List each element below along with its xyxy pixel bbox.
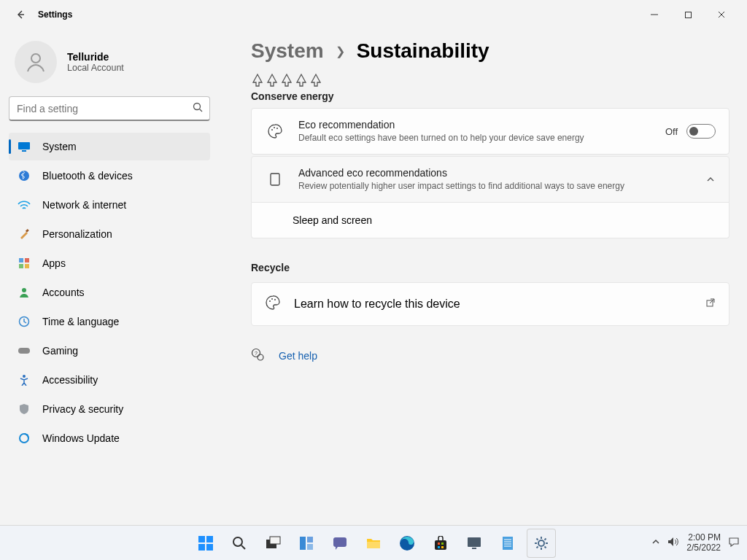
paintbrush-icon (18, 228, 31, 241)
get-help-link[interactable]: ? Get help (251, 348, 729, 364)
widgets-icon (298, 535, 314, 551)
svg-point-14 (23, 375, 26, 378)
section-conserve-heading: Conserve energy (251, 90, 729, 102)
nav-system[interactable]: System (9, 133, 210, 160)
maximize-icon (684, 11, 692, 19)
nav-privacy[interactable]: Privacy & security (9, 395, 210, 423)
nav-bluetooth[interactable]: Bluetooth & devices (9, 162, 210, 190)
eco-desc: Default eco settings have been turned on… (298, 132, 612, 144)
notification-icon (728, 536, 740, 548)
avatar (15, 41, 57, 83)
chevron-up-icon (651, 537, 660, 546)
nav-accounts[interactable]: Accounts (9, 279, 210, 306)
eco-score-icons (251, 73, 729, 88)
nav-label: Apps (42, 257, 66, 269)
search-input[interactable] (9, 96, 210, 121)
palette-icon (265, 123, 285, 139)
notepad-button[interactable] (493, 529, 522, 558)
nav-personalization[interactable]: Personalization (9, 220, 210, 248)
svg-rect-46 (472, 548, 476, 549)
app-button-1[interactable] (460, 529, 489, 558)
tray-time: 2:00 PM (686, 533, 721, 543)
sleep-and-screen-link[interactable]: Sleep and screen (251, 203, 729, 238)
apps-icon (18, 257, 31, 270)
accessibility-icon (18, 373, 31, 386)
advanced-eco-card[interactable]: Advanced eco recommendations Review pote… (251, 156, 729, 203)
taskbar: 2:00 PM 2/5/2022 (0, 525, 747, 560)
help-label[interactable]: Get help (279, 350, 317, 362)
svg-rect-10 (25, 264, 29, 268)
nav-label: Accessibility (42, 374, 98, 386)
svg-rect-0 (685, 12, 691, 18)
nav-time-language[interactable]: Time & language (9, 308, 210, 335)
tray-date: 2/5/2022 (686, 543, 721, 553)
nav-label: Network & internet (42, 199, 126, 211)
sidebar: Telluride Local Account System Bluetooth… (0, 29, 219, 525)
tray-overflow-button[interactable] (651, 537, 660, 548)
start-button[interactable] (191, 529, 220, 558)
svg-point-1 (31, 54, 40, 63)
edge-button[interactable] (392, 529, 422, 558)
nav-label: Personalization (42, 228, 112, 240)
breadcrumb: System ❯ Sustainability (251, 39, 729, 63)
minimize-icon (650, 10, 659, 19)
nav-accessibility[interactable]: Accessibility (9, 366, 210, 394)
explorer-button[interactable] (359, 529, 388, 558)
nav-label: Windows Update (42, 432, 120, 444)
svg-point-21 (271, 298, 273, 300)
advanced-title: Advanced eco recommendations (298, 167, 692, 179)
settings-button[interactable] (527, 529, 556, 558)
eco-title: Eco recommendation (298, 119, 652, 131)
svg-rect-8 (25, 258, 29, 262)
svg-point-48 (538, 540, 544, 546)
eco-toggle[interactable] (686, 124, 716, 139)
tree-icon (280, 73, 293, 88)
app-icon (467, 537, 481, 550)
task-view-button[interactable] (258, 529, 287, 558)
taskbar-search-button[interactable] (225, 529, 254, 558)
nav-label: System (42, 141, 77, 152)
svg-rect-41 (438, 542, 440, 545)
maximize-button[interactable] (671, 3, 705, 26)
back-button[interactable] (9, 3, 32, 26)
task-view-icon (265, 535, 281, 551)
account-type: Local Account (67, 63, 124, 73)
close-button[interactable] (705, 3, 738, 26)
nav-label: Privacy & security (42, 403, 123, 415)
breadcrumb-parent[interactable]: System (251, 39, 324, 63)
svg-rect-34 (300, 537, 306, 550)
nav-gaming[interactable]: Gaming (9, 337, 210, 365)
nav-network[interactable]: Network & internet (9, 191, 210, 219)
system-tray: 2:00 PM 2/5/2022 (651, 533, 747, 553)
titlebar: Settings (0, 0, 747, 29)
nav-windows-update[interactable]: Windows Update (9, 424, 210, 452)
notifications-button[interactable] (728, 536, 740, 550)
recycle-link-label: Learn how to recycle this device (294, 298, 460, 311)
recycle-link-card[interactable]: Learn how to recycle this device (251, 282, 729, 326)
account-block[interactable]: Telluride Local Account (9, 35, 210, 89)
gear-icon (533, 535, 549, 551)
minimize-button[interactable] (638, 3, 671, 26)
svg-point-20 (269, 300, 271, 302)
chat-button[interactable] (325, 529, 355, 558)
svg-point-31 (233, 537, 242, 546)
svg-rect-42 (441, 542, 444, 545)
window-title: Settings (38, 9, 72, 20)
svg-rect-47 (503, 537, 513, 550)
eco-recommendation-card: Eco recommendation Default eco settings … (251, 108, 729, 155)
svg-point-16 (271, 129, 273, 131)
store-button[interactable] (426, 529, 455, 558)
widgets-button[interactable] (292, 529, 321, 558)
store-icon (433, 536, 448, 551)
tree-icon (295, 73, 308, 88)
svg-point-17 (274, 127, 275, 128)
tree-icon (266, 73, 279, 88)
bluetooth-icon (18, 169, 31, 182)
nav-apps[interactable]: Apps (9, 249, 210, 277)
shield-icon (18, 402, 31, 416)
clock[interactable]: 2:00 PM 2/5/2022 (686, 533, 721, 553)
volume-button[interactable] (667, 537, 679, 549)
close-icon (717, 10, 726, 19)
svg-rect-43 (438, 546, 440, 548)
svg-rect-7 (19, 258, 23, 262)
